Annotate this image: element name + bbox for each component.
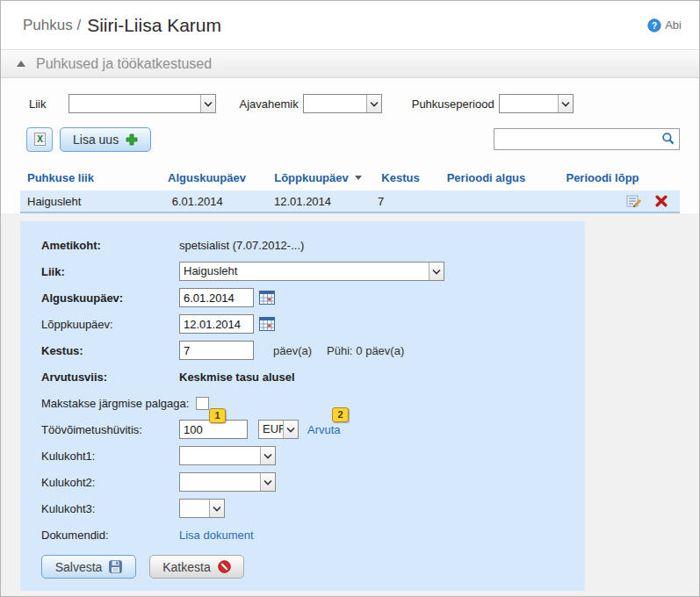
kulukoht3-label: Kulukoht3: (41, 502, 179, 515)
cell-puhkuse-liik: Haigusleht (20, 195, 146, 208)
cancel-button-label: Katkesta (162, 560, 210, 574)
table-row[interactable]: Haigusleht 6.01.2014 12.01.2014 7 (20, 191, 680, 213)
filter-puhkuseperiood-select[interactable] (499, 94, 574, 113)
form-row-makstakse: Makstakse järgmise palgaga: (41, 390, 585, 416)
chevron-down-icon (200, 95, 215, 112)
chevron-down-icon (209, 500, 224, 517)
form-row-alguskuupaev: Alguskuupäev: (41, 284, 585, 311)
detail-area: Ametikoht: spetsialist (7.07.2012-...) L… (1, 213, 699, 596)
kulukoht2-label: Kulukoht2: (41, 476, 179, 489)
kulukoht1-select[interactable] (179, 446, 276, 465)
form-row-huvitis: Töövõimetushüvitis: EUR Arvuta 1 2 (41, 416, 585, 442)
kestus-unit: päev(a) (273, 344, 312, 357)
chevron-down-icon (429, 263, 444, 280)
filter-row: Liik Ajavahemik Puhkuseperiood (1, 92, 699, 115)
arvutusviis-label: Arvutusviis: (41, 370, 179, 384)
sort-desc-icon (355, 176, 362, 180)
search-icon[interactable] (661, 132, 675, 148)
alguskuupaev-label: Alguskuupäev: (41, 291, 179, 305)
search-input[interactable] (494, 128, 680, 150)
save-button[interactable]: Salvesta (41, 555, 136, 579)
form-row-dokumendid: Dokumendid: Lisa dokument (41, 521, 585, 548)
filter-ajavahemik-select[interactable] (303, 94, 382, 113)
ametikoht-label: Ametikoht: (41, 239, 179, 252)
lisa-dokument-link[interactable]: Lisa dokument (179, 529, 254, 542)
add-new-button[interactable]: Lisa uus (60, 127, 151, 152)
kestus-label: Kestus: (41, 344, 179, 357)
calendar-icon[interactable] (259, 291, 275, 305)
list-area: Liik Ajavahemik Puhkuseperiood (1, 78, 699, 213)
ametikoht-value: spetsialist (7.07.2012-...) (179, 239, 304, 252)
kulukoht3-value (180, 500, 209, 517)
annotation-badge-2: 2 (332, 407, 349, 422)
search-box (494, 128, 680, 150)
cancel-button[interactable]: Katkesta (149, 555, 244, 579)
column-header-perioodi-algus[interactable]: Perioodi algus (427, 171, 545, 184)
breadcrumb[interactable]: Puhkus / (23, 17, 81, 34)
kulukoht2-select[interactable] (179, 472, 276, 492)
save-button-label: Salvesta (55, 560, 103, 574)
liik-select[interactable]: Haigusleht (179, 262, 444, 281)
table-header-row: Puhkuse liik Alguskuupäev Lõppkuupäev Ke… (20, 164, 680, 191)
filter-ajavahemik-label: Ajavahemik (240, 97, 299, 111)
form-row-arvutusviis: Arvutusviis: Keskmise tasu alusel (41, 363, 585, 390)
arvuta-link[interactable]: Arvuta (307, 423, 341, 436)
edit-panel: Ametikoht: spetsialist (7.07.2012-...) L… (20, 221, 585, 591)
svg-text:X: X (37, 134, 43, 144)
help-label: Abi (665, 18, 682, 32)
row-actions (626, 194, 680, 208)
chevron-down-icon (260, 447, 275, 464)
currency-select[interactable]: EUR (258, 420, 299, 439)
toolbar: X Lisa uus (1, 126, 699, 152)
delete-row-icon[interactable] (655, 195, 668, 207)
liik-label: Liik: (41, 265, 179, 278)
form-row-liik: Liik: Haigusleht (41, 258, 585, 284)
collapse-triangle-icon (17, 61, 25, 67)
section-title: Puhkused ja töökatkestused (36, 56, 212, 72)
filter-liik-value (69, 95, 200, 112)
filter-liik-select[interactable] (69, 94, 216, 113)
column-header-perioodi-lopp[interactable]: Perioodi lõpp (545, 171, 660, 184)
help-icon: ? (647, 18, 661, 32)
kulukoht1-value (180, 447, 260, 464)
column-header-puhkuse-liik[interactable]: Puhkuse liik (20, 171, 152, 184)
kulukoht2-value (180, 473, 260, 491)
puhi-text: Pühi: 0 päev(a) (327, 344, 404, 357)
vacations-table: Puhkuse liik Alguskuupäev Lõppkuupäev Ke… (20, 164, 680, 213)
edit-row-icon[interactable] (626, 194, 642, 208)
chevron-down-icon (366, 95, 381, 112)
calendar-icon[interactable] (259, 317, 275, 331)
filter-puhkuseperiood-label: Puhkuseperiood (412, 97, 494, 111)
column-header-alguskuupaev[interactable]: Alguskuupäev (152, 171, 262, 184)
chevron-down-icon (283, 421, 298, 438)
section-header-puhkused[interactable]: Puhkused ja töökatkestused (1, 49, 699, 78)
cell-kestus: 7 (356, 195, 406, 208)
alguskuupaev-input[interactable] (179, 288, 254, 307)
dokumendid-label: Dokumendid: (41, 529, 179, 542)
column-header-kestus[interactable]: Kestus (374, 171, 427, 184)
plus-icon (126, 133, 138, 146)
chevron-down-icon (558, 95, 573, 112)
form-row-kulukoht2: Kulukoht2: (41, 469, 585, 495)
export-excel-button[interactable]: X (26, 127, 53, 152)
chevron-down-icon (260, 473, 275, 491)
app-window: Puhkus / Siiri-Liisa Karum ? Abi Puhkuse… (0, 0, 700, 597)
cell-loppkuupaev: 12.01.2014 (249, 195, 356, 208)
help-link[interactable]: ? Abi (647, 18, 682, 32)
column-header-loppkuupaev[interactable]: Lõppkuupäev (262, 171, 374, 184)
loppkuupaev-input[interactable] (179, 314, 254, 334)
kestus-input[interactable] (179, 341, 254, 360)
loppkuupaev-label: Lõppkuupäev: (41, 318, 179, 331)
makstakse-checkbox[interactable] (196, 397, 209, 410)
makstakse-label: Makstakse järgmise palgaga: (41, 397, 189, 410)
liik-select-value: Haigusleht (180, 263, 429, 280)
cell-alguskuupaev: 6.01.2014 (146, 195, 249, 208)
huvitis-label: Töövõimetushüvitis: (41, 423, 179, 436)
form-buttons: Salvesta Katkesta (41, 555, 585, 579)
excel-icon: X (32, 132, 47, 147)
filter-liik-label: Liik (29, 97, 47, 111)
annotation-badge-1: 1 (209, 408, 226, 423)
kulukoht3-select[interactable] (179, 499, 225, 518)
form-row-ametikoht: Ametikoht: spetsialist (7.07.2012-...) (41, 232, 585, 258)
form-row-kulukoht3: Kulukoht3: (41, 495, 585, 521)
